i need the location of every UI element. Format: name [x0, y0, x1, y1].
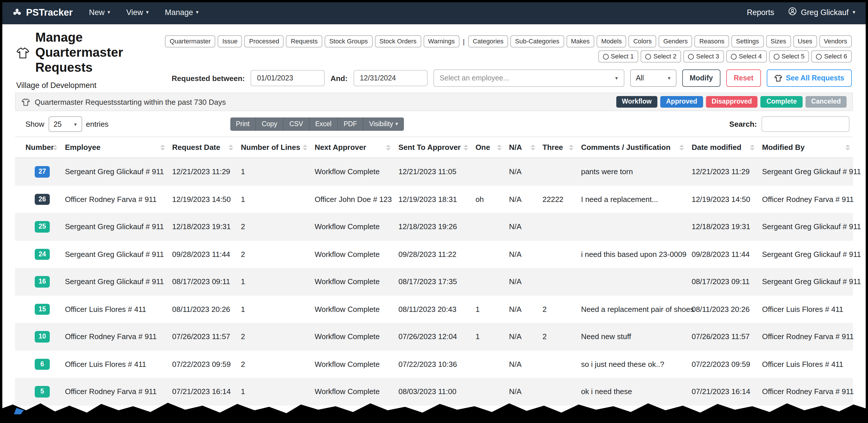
status-filter-select[interactable]: All ▾	[630, 69, 676, 87]
sort-icon[interactable]	[497, 144, 501, 150]
sort-icon[interactable]	[569, 144, 574, 150]
column-header-employee[interactable]: Employee	[60, 137, 167, 158]
quick-link-vendors[interactable]: Vendors	[819, 35, 852, 48]
export-pdf-button[interactable]: PDF	[338, 118, 363, 131]
quick-link-makes[interactable]: Makes	[566, 35, 594, 48]
sort-icon[interactable]	[750, 144, 754, 150]
status-badge-approved[interactable]: Approved	[660, 96, 703, 108]
request-number-badge[interactable]: 24	[35, 248, 50, 260]
chevron-down-icon: ▾	[146, 9, 149, 15]
quick-link-stock-orders[interactable]: Stock Orders	[375, 35, 421, 48]
column-header-request-date[interactable]: Request Date	[167, 137, 236, 158]
sort-icon[interactable]	[160, 144, 165, 150]
request-number-badge[interactable]: 6	[35, 359, 50, 370]
export-csv-button[interactable]: CSV	[283, 118, 309, 131]
column-header-three[interactable]: Three	[538, 137, 576, 158]
quick-link-select-5[interactable]: Select 5	[769, 50, 809, 62]
sort-icon[interactable]	[229, 144, 234, 150]
quick-link-sub-categories[interactable]: Sub-Categories	[510, 35, 564, 48]
table-row[interactable]: 25Sergeant Greg Glickauf # 91112/18/2023…	[15, 213, 853, 240]
table-row[interactable]: 10Officer Rodney Farva # 91107/26/2023 1…	[15, 323, 853, 351]
request-number-badge[interactable]: 25	[35, 221, 50, 232]
menu-reports[interactable]: Reports	[747, 8, 774, 17]
quick-link-processed[interactable]: Processed	[245, 35, 284, 48]
cell-number: 26	[15, 185, 60, 213]
request-number-badge[interactable]: 26	[35, 193, 50, 205]
request-number-badge[interactable]: 27	[35, 166, 50, 177]
column-header-comments-justification[interactable]: Comments / Justification	[576, 137, 687, 158]
request-number-badge[interactable]: 5	[35, 386, 50, 397]
modify-button[interactable]: Modify	[682, 69, 720, 87]
request-number-badge[interactable]: 10	[35, 331, 50, 342]
start-date-input[interactable]	[251, 70, 324, 86]
sort-icon[interactable]	[530, 144, 535, 150]
column-header-n-a[interactable]: N/A	[504, 137, 538, 158]
menu-new[interactable]: New▾	[89, 8, 110, 17]
column-header-sent-to-approver[interactable]: Sent To Approver	[394, 137, 471, 158]
request-number-badge[interactable]: 15	[35, 303, 50, 315]
cell-number: 15	[15, 295, 60, 323]
column-header-next-approver[interactable]: Next Approver	[310, 137, 394, 158]
quick-link-categories[interactable]: Categories	[468, 35, 508, 48]
column-header-modified-by[interactable]: Modified By	[757, 137, 853, 158]
quick-link-genders[interactable]: Genders	[659, 35, 692, 48]
status-badge-canceled[interactable]: Canceled	[806, 96, 846, 108]
sort-icon[interactable]	[302, 144, 307, 150]
quick-link-sizes[interactable]: Sizes	[766, 35, 791, 48]
table-row[interactable]: 16Sergeant Greg Glickauf # 91108/17/2023…	[15, 268, 853, 295]
table-row[interactable]: 15Officer Luis Flores # 41108/11/2023 20…	[15, 295, 853, 323]
sort-icon[interactable]	[463, 144, 468, 150]
quick-link-models[interactable]: Models	[597, 35, 626, 48]
quick-link-select-1[interactable]: Select 1	[598, 50, 639, 62]
status-badge-workflow[interactable]: Workflow	[616, 96, 657, 108]
export-excel-button[interactable]: Excel	[309, 118, 338, 131]
status-badge-complete[interactable]: Complete	[761, 96, 803, 108]
sort-icon[interactable]	[845, 144, 850, 150]
end-date-input[interactable]	[353, 70, 427, 86]
table-row[interactable]: 27Sergeant Greg Glickauf # 91112/21/2023…	[15, 158, 853, 185]
table-row[interactable]: 26Officer Rodney Farva # 91112/19/2023 1…	[15, 185, 853, 213]
sort-icon[interactable]	[53, 144, 57, 150]
quick-link-warnings[interactable]: Warnings	[424, 35, 460, 48]
export-print-button[interactable]: Print	[230, 118, 256, 131]
quick-link-colors[interactable]: Colors	[629, 35, 656, 48]
status-badges: WorkflowApprovedDisapprovedCompleteCance…	[616, 96, 846, 108]
user-menu[interactable]: Greg Glickauf ▾	[788, 7, 855, 18]
quick-link-uses[interactable]: Uses	[793, 35, 817, 48]
quick-link-settings[interactable]: Settings	[732, 35, 764, 48]
table-body: 27Sergeant Greg Glickauf # 91112/21/2023…	[15, 158, 853, 423]
column-header-number[interactable]: Number	[15, 137, 60, 158]
top-navbar: PSTracker New▾ View▾ Manage▾ Reports Gre…	[0, 0, 868, 24]
employee-select[interactable]: Select an employee... ▾	[433, 69, 624, 87]
search-input[interactable]	[762, 116, 849, 132]
request-number-badge[interactable]: 16	[35, 276, 50, 287]
export-visibility-button[interactable]: Visibility▾	[363, 118, 404, 131]
quick-link-select-4[interactable]: Select 4	[726, 50, 767, 62]
status-badge-disapproved[interactable]: Disapproved	[706, 96, 758, 108]
column-header-date-modified[interactable]: Date modified	[687, 137, 757, 158]
quick-link-select-2[interactable]: Select 2	[641, 50, 681, 62]
sort-icon[interactable]	[386, 144, 391, 150]
quick-link-select-3[interactable]: Select 3	[683, 50, 724, 62]
quick-link-quartermaster[interactable]: Quartermaster	[165, 35, 216, 48]
quick-link-requests[interactable]: Requests	[286, 35, 322, 48]
see-all-requests-button[interactable]: See All Requests	[767, 69, 852, 87]
cell-request-date: 12/18/2023 19:31	[167, 213, 236, 240]
reset-button[interactable]: Reset	[726, 69, 761, 87]
column-header-one[interactable]: One	[471, 137, 504, 158]
table-row[interactable]: 6Officer Luis Flores # 41107/22/2023 09:…	[15, 351, 853, 378]
menu-view[interactable]: View▾	[126, 8, 149, 17]
cell-sent-to-approver: 12/21/2023 11:05	[394, 158, 471, 185]
quick-link-issue[interactable]: Issue	[218, 35, 242, 48]
quick-link-reasons[interactable]: Reasons	[695, 35, 729, 48]
sort-icon[interactable]	[679, 144, 684, 150]
quick-link-stock-groups[interactable]: Stock Groups	[324, 35, 372, 48]
quick-link-select-6[interactable]: Select 6	[812, 50, 852, 62]
cell-comments: Need new stuff	[576, 323, 687, 351]
export-copy-button[interactable]: Copy	[256, 118, 283, 131]
menu-manage[interactable]: Manage▾	[165, 8, 199, 17]
column-header-number-of-lines[interactable]: Number of Lines	[237, 137, 310, 158]
brand[interactable]: PSTracker	[13, 7, 73, 18]
table-row[interactable]: 24Sergeant Greg Glickauf # 91109/28/2023…	[15, 240, 853, 268]
page-length-select[interactable]: 25 ▾	[48, 116, 82, 132]
